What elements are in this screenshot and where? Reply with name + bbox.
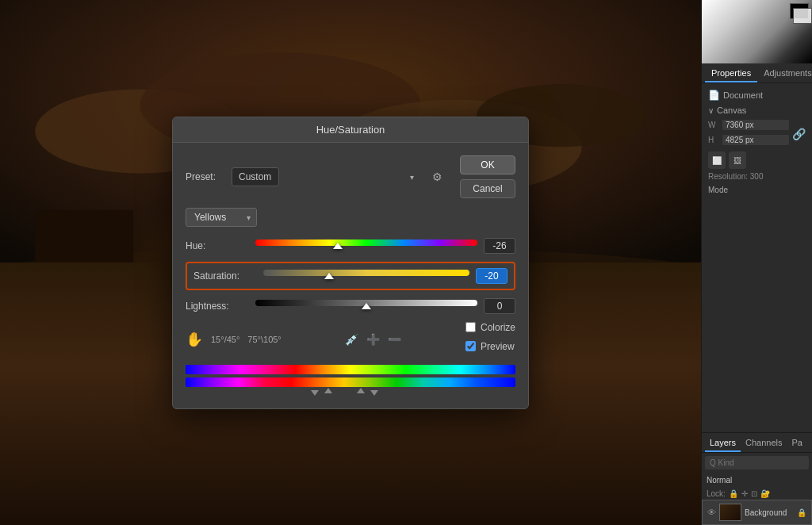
marker-left-outer (311, 390, 319, 396)
width-row: W 7360 px H 4825 px 🔗 (708, 120, 806, 148)
marker-right-outer (370, 390, 378, 396)
dialog-title: Hue/Saturation (173, 117, 528, 143)
properties-tabs: Properties Adjustments (702, 63, 812, 83)
spectrum-bar-bottom (186, 377, 515, 387)
link-dimensions-icon[interactable]: 🔗 (792, 128, 806, 140)
dimensions-group: W 7360 px H 4825 px (708, 120, 789, 148)
spectrum-markers (186, 388, 515, 396)
properties-content: 📄 Document Canvas W 7360 px H 4825 px (702, 83, 812, 432)
tab-pages[interactable]: Pa (787, 435, 807, 452)
eyedropper-add-button[interactable]: ➕ (365, 331, 381, 347)
colorize-label[interactable]: Colorize (481, 322, 515, 333)
channel-select-wrapper: Yellows (186, 208, 257, 227)
saturation-row: Saturation: -20 (193, 268, 508, 284)
saturation-highlighted-row: Saturation: -20 (186, 262, 515, 290)
height-label: H (708, 136, 719, 144)
all-icon[interactable]: 🔐 (760, 489, 770, 498)
width-label: W (708, 121, 719, 129)
tab-properties[interactable]: Properties (705, 65, 757, 82)
layers-panel: Layers Channels Pa Normal Lock: 🔒 ✛ ⊡ 🔐 … (702, 432, 812, 525)
resolution-text: Resolution: 300 (708, 172, 806, 181)
lightness-thumb[interactable] (362, 303, 371, 309)
gear-button[interactable]: ⚙ (427, 167, 447, 187)
height-dimension: H 4825 px (708, 135, 789, 145)
spectrum-bar-top (186, 365, 515, 374)
lightness-slider-container (255, 300, 477, 312)
saturation-label: Saturation: (193, 270, 257, 282)
mode-label: Mode (708, 186, 806, 194)
lock-row: Lock: 🔒 ✛ ⊡ 🔐 (702, 488, 812, 500)
eyedropper-remove-button[interactable]: ➖ (386, 331, 403, 347)
hue-slider-container (255, 240, 477, 252)
main-canvas: Hue/Saturation Preset: Custom ⚙ (0, 0, 701, 525)
preview-row: Preview (465, 341, 515, 352)
marker-right-inner (357, 388, 365, 393)
layers-tabs: Layers Channels Pa (702, 433, 812, 453)
tab-adjustments[interactable]: Adjustments (757, 65, 812, 82)
canvas-icon-1[interactable]: ⬜ (708, 151, 726, 169)
canvas-icons: ⬜ 🖼 (708, 151, 806, 169)
canvas-icon-2[interactable]: 🖼 (729, 151, 746, 169)
hue-row: Hue: -26 (186, 238, 515, 254)
cancel-button[interactable]: Cancel (460, 179, 515, 198)
lightness-label: Lightness: (186, 301, 249, 312)
document-section: 📄 Document (708, 90, 806, 101)
canvas-label: Canvas (708, 105, 806, 115)
colorize-checkbox[interactable] (465, 322, 476, 332)
tab-layers[interactable]: Layers (705, 435, 741, 452)
channel-select[interactable]: Yellows (186, 208, 257, 227)
hue-saturation-dialog: Hue/Saturation Preset: Custom ⚙ (172, 117, 529, 409)
hand-tool-icon[interactable]: ✋ (186, 331, 203, 348)
layer-item-background[interactable]: 👁 Background 🔒 (702, 500, 812, 525)
blending-mode[interactable]: Normal (702, 473, 812, 488)
hue-thumb[interactable] (333, 243, 343, 249)
artboard-icon[interactable]: ⊡ (751, 489, 757, 498)
eyedropper-button[interactable]: 💉 (343, 331, 360, 347)
colorize-row: Colorize (465, 322, 515, 333)
angle-1: 15°/45° (211, 335, 239, 344)
lock-icon[interactable]: 🔒 (729, 489, 738, 498)
lightness-value[interactable]: 0 (484, 298, 515, 314)
height-value: 4825 px (722, 135, 789, 145)
lock-badge-icon: 🔒 (797, 508, 806, 517)
hue-slider-track[interactable] (255, 240, 477, 246)
layer-thumbnail (719, 504, 741, 521)
right-checkboxes: Colorize Preview (465, 322, 515, 357)
spectrum-container (186, 365, 515, 396)
lightness-row: Lightness: 0 (186, 298, 515, 314)
layers-search-input[interactable] (705, 456, 809, 469)
color-picker-area (702, 0, 812, 63)
hue-value[interactable]: -26 (484, 238, 515, 254)
preset-label: Preset: (186, 171, 225, 182)
preview-label[interactable]: Preview (481, 341, 515, 352)
lightness-slider-track[interactable] (255, 300, 477, 306)
saturation-thumb[interactable] (324, 273, 334, 279)
angle-2: 75°\105° (247, 335, 281, 344)
dialog-overlay: Hue/Saturation Preset: Custom ⚙ (0, 0, 701, 525)
saturation-slider-container (263, 270, 469, 282)
document-label: Document (723, 90, 763, 100)
preview-checkbox[interactable] (465, 341, 476, 351)
move-icon[interactable]: ✛ (741, 489, 748, 498)
spectrum-bar-bottom-wrapper (186, 377, 515, 396)
tab-channels[interactable]: Channels (741, 435, 787, 452)
lock-label: Lock: (707, 489, 726, 498)
layer-visibility-icon[interactable]: 👁 (707, 508, 716, 517)
marker-left-inner (324, 388, 332, 393)
right-panel: Properties Adjustments 📄 Document Canvas… (701, 0, 812, 525)
hue-label: Hue: (186, 240, 249, 251)
layer-name: Background (745, 508, 794, 517)
width-value: 7360 px (722, 120, 789, 130)
preset-select[interactable]: Custom (232, 167, 279, 186)
layers-search (702, 453, 812, 473)
saturation-slider-track[interactable] (263, 270, 469, 276)
width-dimension: W 7360 px (708, 120, 789, 130)
ok-button[interactable]: OK (460, 155, 515, 174)
saturation-value[interactable]: -20 (476, 268, 508, 284)
background-color[interactable] (793, 8, 812, 24)
canvas-section: Canvas W 7360 px H 4825 px 🔗 (708, 105, 806, 194)
